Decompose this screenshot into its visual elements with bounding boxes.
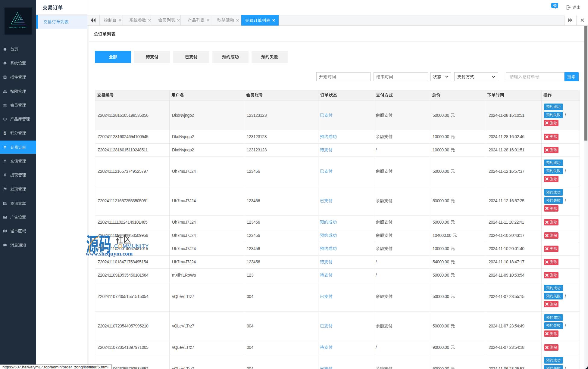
svg-text:THE BEST CORGO: THE BEST CORGO (9, 26, 27, 28)
svg-text:P: P (4, 132, 5, 134)
